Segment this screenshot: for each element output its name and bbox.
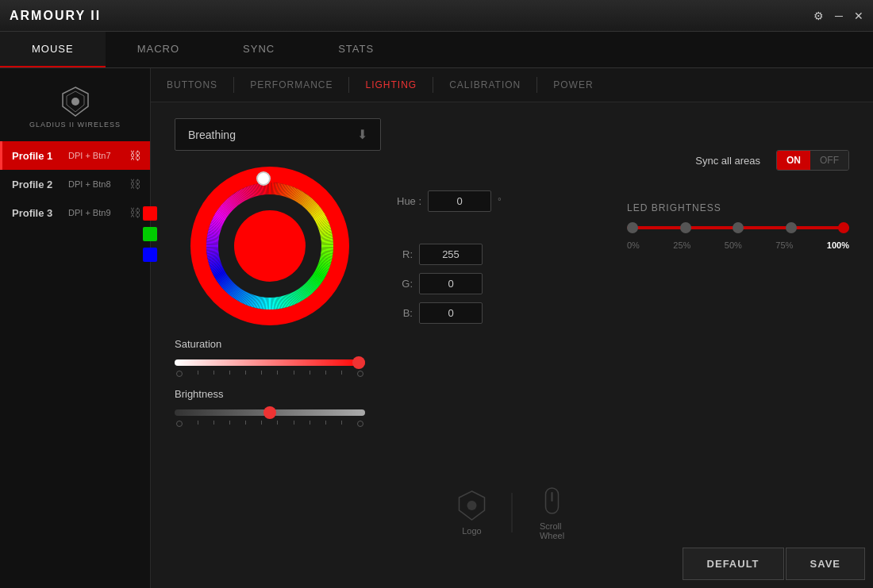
sliders-area: Saturation <box>175 338 365 427</box>
subtab-lighting[interactable]: LIGHTING <box>349 68 433 102</box>
chain-icon-1: ⛓ <box>129 149 140 162</box>
btick-start <box>176 421 183 427</box>
tick-10 <box>341 371 342 375</box>
close-button[interactable]: ✕ <box>854 10 863 22</box>
tick-5 <box>261 371 262 375</box>
saturation-ticks <box>175 371 365 377</box>
profile3-sub: DPI + Btn9 <box>68 208 111 217</box>
swatch-green[interactable] <box>143 227 157 241</box>
main-content: Breathing ⬇ <box>151 102 873 588</box>
btick-3 <box>229 421 230 425</box>
brightness-50: 50% <box>725 240 742 250</box>
sidebar-item-profile3[interactable]: Profile 3 DPI + Btn9 ⛓ <box>0 198 150 227</box>
icons-divider <box>512 493 513 532</box>
btick-8 <box>310 421 310 425</box>
scroll-wheel-icon-item[interactable]: ScrollWheel <box>536 485 568 540</box>
content-area: GLADIUS II WIRELESS Profile 1 DPI + Btn7… <box>0 68 873 588</box>
lighting-mode-dropdown[interactable]: Breathing ⬇ <box>175 118 381 151</box>
window-controls: ⚙ ─ ✕ <box>813 10 863 22</box>
scroll-wheel-icon <box>536 485 568 517</box>
tick-6 <box>277 371 278 375</box>
dropdown-label: Breathing <box>188 129 236 141</box>
color-wheel <box>190 167 349 325</box>
b-input[interactable] <box>419 302 483 324</box>
sidebar-item-profile1[interactable]: Profile 1 DPI + Btn7 ⛓ <box>0 141 150 170</box>
tab-mouse[interactable]: MOUSE <box>0 32 106 67</box>
device-name: GLADIUS II WIRELESS <box>29 121 121 129</box>
settings-icon[interactable]: ⚙ <box>813 10 824 22</box>
brightness-dots <box>627 222 849 233</box>
btick-1 <box>198 421 198 425</box>
subtab-buttons[interactable]: BUTTONS <box>151 68 233 102</box>
logo-icon <box>456 490 488 521</box>
subtab-calibration[interactable]: CALIBRATION <box>433 68 536 102</box>
brightness-dot-50[interactable] <box>733 222 744 233</box>
tab-stats[interactable]: STATS <box>306 32 406 67</box>
brightness-dot-0[interactable] <box>627 222 638 233</box>
btick-9 <box>325 421 326 425</box>
r-input[interactable] <box>419 244 483 265</box>
subtab-power[interactable]: POWER <box>537 68 609 102</box>
save-button[interactable]: SAVE <box>786 548 865 580</box>
sync-label: Sync all areas <box>695 155 760 167</box>
title-bar: ARMOURY II ⚙ ─ ✕ <box>0 0 873 32</box>
toggle-on: ON <box>777 151 810 170</box>
hue-row: Hue : ° <box>397 190 502 212</box>
btick-5 <box>261 421 262 425</box>
sidebar: GLADIUS II WIRELESS Profile 1 DPI + Btn7… <box>0 68 151 588</box>
brightness-slider[interactable] <box>175 409 365 416</box>
hue-input[interactable] <box>428 190 491 212</box>
r-label: R: <box>397 248 413 260</box>
rgb-inputs: R: G: B: <box>397 244 502 324</box>
color-wheel-area: Saturation <box>175 167 365 427</box>
brightness-dot-75[interactable] <box>786 222 797 233</box>
btick-4 <box>245 421 246 425</box>
brightness-label: Brightness <box>175 388 365 400</box>
app-body: MOUSE MACRO SYNC STATS GLADIUS II WIRELE… <box>0 32 873 588</box>
default-button[interactable]: DEFAULT <box>683 548 784 580</box>
rgb-r-row: R: <box>397 244 502 265</box>
saturation-slider[interactable] <box>175 359 365 366</box>
brightness-100: 100% <box>827 240 849 250</box>
hue-degree-symbol: ° <box>498 196 502 207</box>
chain-icon-2: ⛓ <box>129 178 140 190</box>
minimize-button[interactable]: ─ <box>835 10 843 22</box>
svg-point-2 <box>71 98 79 106</box>
rog-logo-icon <box>60 86 91 117</box>
brightness-dot-25[interactable] <box>680 222 691 233</box>
swatch-red[interactable] <box>143 206 157 221</box>
right-panel: BUTTONS PERFORMANCE LIGHTING CALIBRATION… <box>151 68 873 588</box>
top-tabs: MOUSE MACRO SYNC STATS <box>0 32 873 68</box>
sync-toggle[interactable]: ON OFF <box>776 150 849 171</box>
sidebar-item-profile2[interactable]: Profile 2 DPI + Btn8 ⛓ <box>0 170 150 198</box>
color-wheel-container[interactable] <box>190 167 349 325</box>
subtab-performance[interactable]: PERFORMANCE <box>234 68 348 102</box>
hue-rgb-panel: Hue : ° R: G: <box>397 175 502 324</box>
color-swatches <box>143 206 157 262</box>
tick-start <box>176 371 183 377</box>
tab-sync[interactable]: SYNC <box>211 32 306 67</box>
profile2-name: Profile 2 <box>12 179 63 190</box>
tick-9 <box>325 371 326 375</box>
brightness-25: 25% <box>673 240 690 250</box>
bottom-icons-area: Logo ScrollWheel <box>456 485 568 540</box>
right-controls: Sync all areas ON OFF LED BRIGHTNESS <box>627 150 849 250</box>
tick-7 <box>294 371 294 375</box>
profile1-name: Profile 1 <box>12 150 63 162</box>
hue-label: Hue : <box>397 195 421 207</box>
saturation-label: Saturation <box>175 338 365 350</box>
g-label: G: <box>397 278 413 290</box>
scroll-wheel-label: ScrollWheel <box>540 521 564 540</box>
swatch-blue[interactable] <box>143 248 157 262</box>
brightness-dot-100[interactable] <box>838 222 849 233</box>
brightness-slider-container: 0% 25% 50% 75% 100% <box>627 226 849 250</box>
btick-6 <box>277 421 278 425</box>
logo-icon-item[interactable]: Logo <box>456 490 488 536</box>
chevron-down-icon: ⬇ <box>357 127 367 142</box>
btick-7 <box>294 421 294 425</box>
toggle-off: OFF <box>810 151 848 170</box>
tab-macro[interactable]: MACRO <box>106 32 211 67</box>
brightness-labels: 0% 25% 50% 75% 100% <box>627 240 849 250</box>
rgb-b-row: B: <box>397 302 502 324</box>
g-input[interactable] <box>419 273 483 294</box>
